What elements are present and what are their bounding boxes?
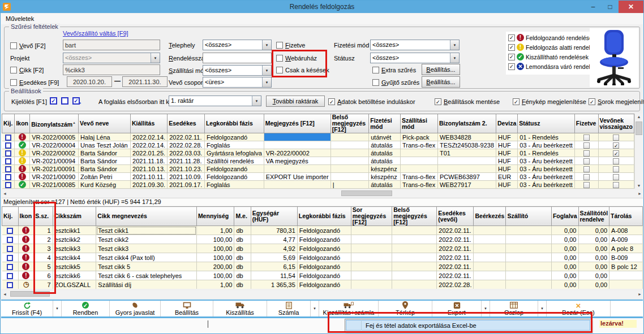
scrollbar-thumb[interactable] (341, 190, 392, 196)
megjegyzes-cell[interactable] (264, 181, 330, 189)
legend-checkbox[interactable] (508, 63, 515, 70)
order-row[interactable]: !VR-2021/00091Barta Sándor2021.10.13.202… (2, 165, 634, 173)
column-header[interactable]: Esedékes (168, 114, 205, 133)
megnevezes-cell[interactable]: Teszt cikk3 (96, 244, 197, 253)
customer-supplier-switch-link[interactable]: Vevő/szállító váltás [F9] (63, 30, 128, 37)
column-header[interactable]: Kij. (2, 114, 15, 133)
belso-megjegyzes-cell[interactable] (392, 235, 437, 244)
vevo-csoport-dropdown[interactable]: <üres> ▼ (203, 77, 272, 88)
chevron-down-icon[interactable]: ▼ (262, 66, 271, 75)
column-header[interactable]: Fizetve (574, 114, 598, 133)
settings-checkbox[interactable] (435, 98, 441, 105)
orders-horizontal-scrollbar[interactable]: ◄ ► (2, 190, 643, 197)
toolbar-button-friss-t-f4-[interactable]: Frissít (F4) (1, 301, 53, 316)
chevron-down-icon[interactable]: ▼ (262, 77, 271, 87)
visszaigazolva-checkbox[interactable]: ✓ (613, 150, 619, 157)
vevo-input[interactable] (63, 40, 160, 50)
item-row[interactable]: !5esztcikk5Teszt cikk 5200,00db6,15Feldo… (2, 262, 643, 271)
projekt-dropdown[interactable]: <összes> ▼ (63, 53, 160, 63)
belso-megjegyzes-cell[interactable] (392, 280, 437, 289)
export-menu-item[interactable]: Fej és tétel adatok exportálása Excel-be (346, 320, 590, 331)
megnevezes-cell[interactable]: Teszt cikk 6 - csak telephelyes (96, 271, 197, 280)
visszaigazolva-checkbox[interactable] (613, 135, 619, 141)
belso-megjegyzes-cell[interactable] (330, 173, 369, 181)
row-select-checkbox[interactable] (5, 166, 11, 172)
fizetve-checkbox[interactable] (583, 166, 590, 172)
column-header[interactable]: Megjegyzés [F12] (264, 114, 330, 133)
sor-megjegyzes-cell[interactable] (351, 244, 392, 253)
item-row[interactable]: !1esztcikk1Teszt cikk11,00db780,31Feldol… (2, 226, 643, 235)
megnevezes-cell[interactable]: Teszt cikk4 (Pax toll) (96, 253, 197, 262)
scroll-left-icon[interactable]: ◄ (3, 192, 7, 196)
column-header[interactable]: S.sz. (34, 207, 53, 226)
fizetve-checkbox[interactable] (583, 182, 590, 188)
raktar-dropdown[interactable]: 1. raktár ▼ (169, 96, 261, 106)
column-header[interactable]: Tárolás (609, 207, 643, 226)
order-row[interactable]: !VR-2021/00094Barta Sándor2021.11.18.202… (2, 157, 634, 165)
gyujto-szures-settings-button[interactable]: Beállítás... (422, 76, 460, 88)
order-row[interactable]: ✓VR-2022/00004Unas Teszt Jolán2022.02.14… (2, 141, 634, 149)
column-header[interactable]: Bizonylatszám 2. (437, 114, 496, 133)
toolbar-button-kisz-ll-t-s-sz-mla[interactable]: Kiszállítás+számla (319, 301, 379, 316)
scroll-up-icon[interactable]: ▲ (635, 115, 643, 119)
telephely-dropdown[interactable]: <összes> ▼ (203, 40, 272, 50)
esedekes-checkbox[interactable] (10, 79, 17, 86)
belso-megjegyzes-cell[interactable] (330, 157, 369, 165)
belso-megjegyzes-cell[interactable] (330, 141, 369, 149)
sor-megjegyzes-cell[interactable] (351, 262, 392, 271)
scroll-down-icon[interactable]: ▼ (635, 184, 643, 188)
megnevezes-cell[interactable]: Teszt cikk2 (96, 235, 197, 244)
orders-vertical-scrollbar[interactable]: ▲ ▼ (634, 114, 643, 189)
column-header[interactable]: Kij. (2, 207, 19, 226)
fizetve-checkbox[interactable] (583, 174, 590, 180)
belso-megjegyzes-cell[interactable] (330, 165, 369, 173)
column-header[interactable]: Vevőnek visszaigazo (598, 114, 634, 133)
row-select-checkbox[interactable] (7, 264, 13, 270)
toolbar-dropdown-arrow-icon[interactable]: ▼ (311, 301, 319, 316)
column-header[interactable]: Szállítási mód (400, 114, 437, 133)
chevron-down-icon[interactable]: ▼ (262, 40, 271, 50)
maximize-button[interactable]: □ (602, 1, 619, 13)
column-header[interactable]: Legkorábbi fázis (204, 114, 264, 133)
fizetve-checkbox[interactable] (583, 142, 590, 149)
toolbar-button-kisz-ll-t-s[interactable]: Kiszállítás (213, 301, 267, 316)
column-header[interactable]: Státusz (518, 114, 575, 133)
belso-megjegyzes-cell[interactable] (330, 149, 369, 157)
row-select-checkbox[interactable] (5, 182, 11, 188)
column-header[interactable]: Sor megjegyzés [F12] (351, 207, 392, 226)
sor-megjegyzes-cell[interactable] (351, 226, 392, 235)
sor-megjegyzes-cell[interactable] (351, 271, 392, 280)
chevron-down-icon[interactable]: ▼ (450, 40, 459, 50)
statusz-dropdown[interactable]: <összes> ▼ (370, 53, 460, 63)
minimize-button[interactable]: – (585, 1, 602, 13)
legend-checkbox[interactable] (508, 34, 515, 41)
belso-megjegyzes-cell[interactable] (392, 226, 437, 235)
column-header[interactable]: Belső megjegyzés [F12] (330, 114, 369, 133)
row-select-checkbox[interactable] (7, 282, 13, 288)
column-header[interactable]: Cikk megnevezés (96, 207, 197, 226)
toolbar-button-be-ll-t-s[interactable]: Beállítás (161, 301, 213, 316)
chevron-down-icon[interactable]: ▼ (450, 53, 459, 63)
row-select-checkbox[interactable] (7, 237, 13, 243)
extra-szures-settings-button[interactable]: Beállítás... (422, 64, 460, 75)
visszaigazolva-checkbox[interactable]: ✓ (613, 142, 619, 149)
esedekes-from-input[interactable] (67, 76, 112, 87)
row-select-checkbox[interactable] (5, 158, 11, 164)
order-row[interactable]: !VR-2022/00002Barta Sándor2022.01.25.202… (2, 149, 634, 157)
megjegyzes-cell[interactable]: EXPORT Use importer (264, 173, 330, 181)
belso-megjegyzes-cell[interactable] (392, 253, 437, 262)
item-row[interactable]: !4esztcikk4Teszt cikk4 (Pax toll)100,00d… (2, 253, 643, 262)
visszaigazolva-checkbox[interactable] (613, 166, 619, 172)
scroll-left-icon[interactable]: ◄ (3, 292, 7, 296)
column-header[interactable]: Ikon (15, 114, 30, 133)
row-select-checkbox[interactable] (7, 228, 13, 234)
cikk-input[interactable] (63, 64, 160, 75)
scrollbar-thumb[interactable] (636, 122, 642, 135)
belso-megjegyzes-cell[interactable]: | (330, 181, 369, 189)
item-row[interactable]: !2esztcikk2Teszt cikk2100,00db4,77Feldol… (2, 235, 643, 244)
row-select-checkbox[interactable] (7, 273, 13, 279)
column-header[interactable]: Ikon (18, 207, 34, 226)
sor-megjegyzes-cell[interactable] (351, 280, 392, 289)
chevron-down-icon[interactable]: ▼ (252, 96, 261, 106)
megjegyzes-cell[interactable] (264, 165, 330, 173)
